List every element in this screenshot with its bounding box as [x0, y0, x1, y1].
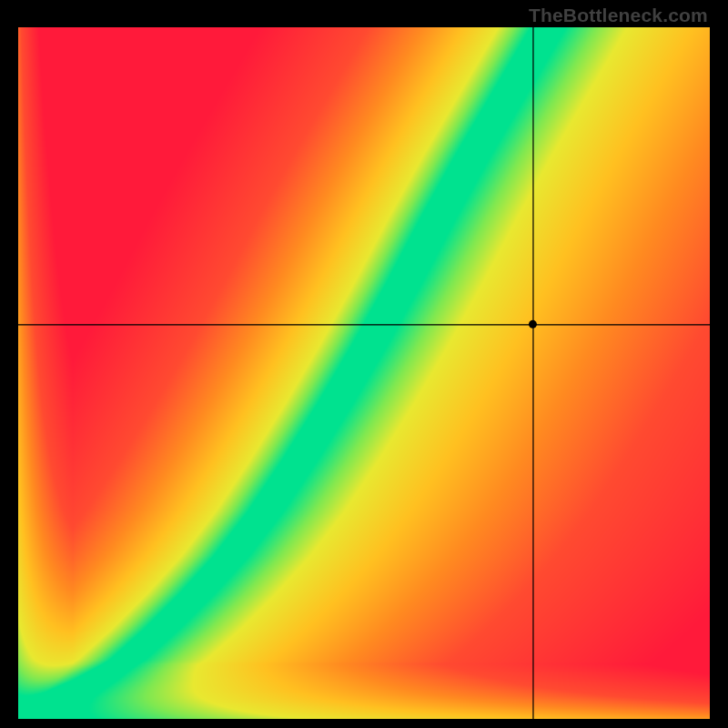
- heatmap-chart: [18, 27, 710, 719]
- watermark-text: TheBottleneck.com: [529, 5, 708, 26]
- crosshair-overlay: [18, 27, 710, 719]
